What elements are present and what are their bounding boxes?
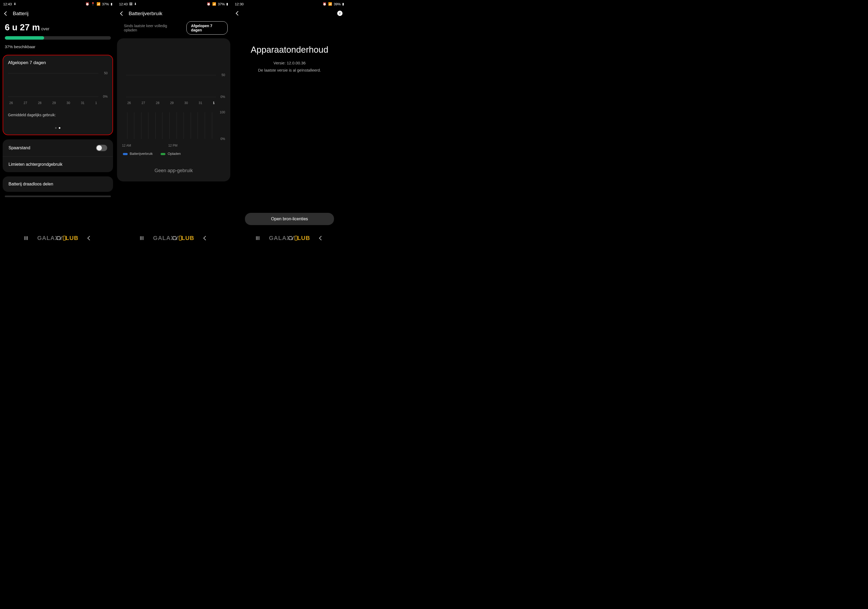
screen-device-care-about: 12:30 ⏰ 📶 39% ▮ i Apparaatonderhoud Vers…	[232, 0, 347, 244]
battery-icon: ▮	[342, 2, 344, 6]
power-saving-label: Spaarstand	[9, 146, 30, 150]
page-dot[interactable]	[59, 127, 60, 129]
page-dots	[8, 125, 108, 130]
chart-xtick: 26	[9, 101, 13, 105]
chart-ytick: 0%	[220, 137, 225, 141]
partial-card	[5, 196, 111, 197]
page-title: Batterij	[13, 11, 28, 17]
nav-recent-icon[interactable]	[140, 236, 145, 240]
time-label: 12 AM	[122, 144, 131, 148]
legend-charge: Opladen	[161, 152, 181, 155]
time-axis: 12 AM 12 PM	[121, 144, 227, 148]
time-remaining-value: 6 u 27 m	[5, 22, 40, 32]
nav-back-icon[interactable]	[203, 236, 208, 241]
tab-since-charge[interactable]: Sinds laatste keer volledig opladen	[120, 22, 184, 34]
nav-recent-icon[interactable]	[25, 236, 29, 240]
range-tabs: Sinds laatste keer volledig opladen Afge…	[116, 21, 232, 38]
status-time: 12:30	[235, 2, 243, 6]
chart-xtick: 31	[81, 101, 84, 105]
usage-chart-card: 50 0% 2627282930311 100 0% 12 AM 12 PM B…	[117, 38, 231, 182]
no-app-usage: Geen app-gebruik	[121, 160, 227, 177]
location-icon: 📍	[91, 2, 95, 6]
power-saving-toggle[interactable]	[96, 145, 107, 151]
wifi-icon: 📶	[96, 2, 101, 6]
statusbar: 12:30 ⏰ 📶 39% ▮	[232, 0, 347, 8]
avg-daily-label: Gemiddeld dagelijks gebruik:	[8, 113, 108, 117]
chart-xtick[interactable]: 28	[156, 101, 159, 105]
usage-7day-card[interactable]: Afgelopen 7 dagen 50 0% 2627282930311 Ge…	[3, 55, 113, 135]
back-icon[interactable]	[4, 11, 9, 16]
settings-card-1: Spaarstand Limieten achtergrondgebruik	[3, 140, 113, 172]
usage-7day-chart: 50 0%	[8, 70, 108, 99]
chart-xtick: 1	[95, 101, 97, 105]
chart-xtick[interactable]: 26	[127, 101, 131, 105]
page-title: Batterijverbruik	[129, 11, 163, 17]
status-time: 12:43	[119, 2, 128, 6]
status-battery: 37%	[102, 2, 109, 6]
wireless-share-label: Batterij draadloos delen	[9, 182, 53, 186]
chart-xtick[interactable]: 30	[184, 101, 188, 105]
statusbar: 12:43 🖼 ⬇ ⏰ 📶 37% ▮	[116, 0, 232, 8]
back-icon[interactable]	[236, 11, 240, 16]
bg-limits-row[interactable]: Limieten achtergrondgebruik	[3, 157, 113, 172]
time-label: 12 PM	[168, 144, 178, 148]
dropbox-icon: ⬇	[14, 2, 16, 6]
header: Batterij	[0, 8, 116, 21]
status-time: 12:43	[3, 2, 12, 6]
battery-percent-label: 37% beschikbaar	[5, 44, 111, 49]
navbar	[232, 233, 347, 244]
status-battery: 37%	[218, 2, 225, 6]
time-remaining-suffix: over	[41, 26, 50, 31]
nav-recent-icon[interactable]	[256, 236, 261, 240]
chart-xtick: 28	[38, 101, 42, 105]
tab-last-7-days[interactable]: Afgelopen 7 dagen	[186, 21, 228, 34]
nav-home-icon[interactable]	[57, 236, 60, 240]
alarm-icon: ⏰	[85, 2, 89, 6]
chart-ytick: 50	[104, 71, 107, 75]
back-icon[interactable]	[120, 11, 124, 16]
about-block: Apparaatonderhoud Versie: 12.0.00.36 De …	[232, 45, 347, 72]
nav-home-icon[interactable]	[173, 236, 176, 240]
chart-xtick[interactable]: 29	[170, 101, 174, 105]
settings-card-2: Batterij draadloos delen	[3, 176, 113, 192]
chart-ytick: 100	[220, 110, 225, 114]
nav-home-icon[interactable]	[288, 236, 292, 240]
chart-ytick: 50	[222, 73, 225, 77]
usage-7day-title: Afgelopen 7 dagen	[8, 60, 108, 65]
dropbox-icon: ⬇	[134, 2, 137, 6]
status-battery: 39%	[334, 2, 341, 6]
screen-battery: 12:43 ⬇ ⏰ 📍 📶 37% ▮ Batterij 6 u 27 m ov…	[0, 0, 116, 244]
power-saving-row[interactable]: Spaarstand	[3, 140, 113, 157]
open-source-licenses-button[interactable]: Open bron-licenties	[245, 213, 334, 225]
chart-xtick[interactable]: 31	[198, 101, 202, 105]
nav-back-icon[interactable]	[87, 236, 92, 241]
page-dot[interactable]	[55, 127, 57, 129]
daily-chart[interactable]: 50 0%	[121, 46, 227, 99]
time-remaining: 6 u 27 m over	[0, 22, 116, 33]
chart-ytick: 0%	[220, 95, 225, 99]
navbar	[0, 233, 116, 244]
battery-progress-fill	[5, 36, 44, 40]
navbar	[116, 233, 232, 244]
chart-xtick[interactable]: 1	[213, 101, 215, 105]
nav-back-icon[interactable]	[319, 236, 324, 241]
header: Batterijverbruik	[116, 8, 232, 21]
wireless-share-row[interactable]: Batterij draadloos delen	[3, 176, 113, 192]
alarm-icon: ⏰	[207, 2, 211, 6]
chart-xtick: 29	[52, 101, 56, 105]
battery-icon: ▮	[111, 2, 113, 6]
chart-xtick: 30	[67, 101, 70, 105]
chart-xtick: 27	[24, 101, 27, 105]
hourly-chart[interactable]: 100 0%	[121, 110, 227, 141]
alarm-icon: ⏰	[322, 2, 327, 6]
legend: Batterijverbruik Opladen	[121, 150, 227, 160]
about-version: Versie: 12.0.00.36	[237, 61, 342, 65]
bg-limits-label: Limieten achtergrondgebruik	[9, 162, 62, 167]
legend-usage: Batterijverbruik	[123, 152, 153, 155]
about-message: De laatste versie is al geïnstalleerd.	[237, 68, 342, 72]
battery-icon: ▮	[226, 2, 228, 6]
chart-xtick[interactable]: 27	[141, 101, 145, 105]
image-icon: 🖼	[129, 2, 132, 6]
wifi-icon: 📶	[212, 2, 216, 6]
info-icon[interactable]: i	[337, 11, 343, 16]
